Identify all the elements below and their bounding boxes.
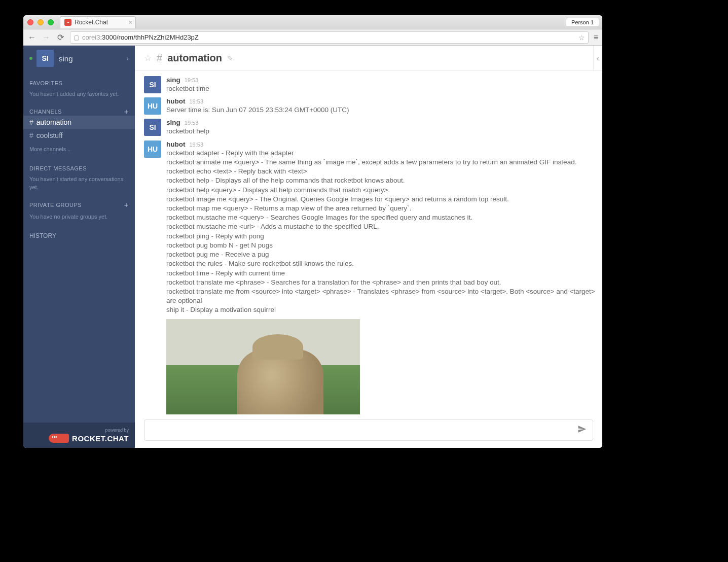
user-avatar: SI (37, 50, 54, 67)
direct-messages-hint: You haven't started any conversations ye… (29, 175, 129, 191)
favorite-star-icon[interactable]: ☆ (144, 53, 152, 63)
avatar: HU (144, 97, 161, 115)
powered-by-text: powered by (29, 428, 129, 433)
window-controls (27, 19, 54, 25)
avatar: HU (144, 140, 161, 158)
address-bar: ← → ⟳ ▢ corei3:3000/room/thhPNzZhi2MHd23… (23, 29, 602, 46)
message-text: rocketbot help (166, 127, 602, 136)
direct-messages-section: DIRECT MESSAGES You haven't started any … (23, 165, 135, 191)
message-body: hubot19:53rocketbot adapter - Reply with… (166, 140, 602, 414)
browser-menu-icon[interactable]: ≡ (594, 33, 598, 42)
chevron-right-icon: › (126, 54, 129, 62)
rocket-icon (49, 434, 69, 443)
direct-messages-label: DIRECT MESSAGES (29, 165, 129, 171)
message-body: sing19:53rocketbot time (166, 76, 602, 93)
bookmark-star-icon[interactable]: ☆ (578, 33, 585, 42)
private-groups-label: PRIVATE GROUPS + (29, 200, 129, 209)
main: ☆ # automation ✎ ‹ SIsing19:53rocketbot … (135, 46, 602, 448)
composer-box (144, 419, 593, 441)
composer (135, 414, 602, 448)
message-time: 19:53 (185, 77, 199, 83)
status-online-icon (29, 57, 32, 60)
favorites-hint: You haven't added any favorites yet. (29, 90, 129, 98)
right-panel-toggle[interactable]: ‹ (593, 46, 602, 71)
history-label[interactable]: HISTORY (23, 232, 135, 239)
message-username[interactable]: hubot (166, 140, 185, 148)
message: SIsing19:53rocketbot help (144, 117, 602, 138)
minimize-window-button[interactable] (38, 19, 44, 25)
sidebar: SI sing › FAVORITES You haven't added an… (23, 46, 135, 448)
page-icon: ▢ (74, 34, 79, 41)
message-username[interactable]: sing (166, 76, 180, 84)
message-text: rocketbot adapter - Reply with the adapt… (166, 149, 602, 315)
add-group-icon[interactable]: + (124, 200, 129, 209)
message-text: rocketbot time (166, 84, 602, 93)
reload-button[interactable]: ⟳ (56, 32, 65, 42)
back-button[interactable]: ← (27, 33, 37, 42)
channel-name: coolstuff (37, 131, 63, 139)
message-username[interactable]: sing (166, 119, 180, 126)
avatar: SI (144, 119, 161, 136)
message-time: 19:53 (189, 142, 203, 148)
private-groups-label-text: PRIVATE GROUPS (29, 202, 82, 208)
message-image[interactable] (166, 319, 360, 414)
url-host: corei3 (82, 33, 100, 41)
message-text: Server time is: Sun Jun 07 2015 23:53:24… (166, 106, 602, 115)
rocket-chat-logo[interactable]: ROCKET.CHAT (29, 434, 129, 443)
tab-favicon-icon (64, 19, 71, 26)
close-window-button[interactable] (27, 19, 33, 25)
channel-name: automation (37, 118, 71, 126)
message: SIsing19:53rocketbot time (144, 74, 602, 95)
message: HUhubot19:53rocketbot adapter - Reply wi… (144, 138, 602, 414)
maximize-window-button[interactable] (48, 19, 54, 25)
channels-label: CHANNELS + (29, 107, 129, 116)
send-icon[interactable] (577, 425, 587, 436)
hash-icon: # (29, 118, 33, 126)
channels-label-text: CHANNELS (29, 109, 62, 115)
browser-window: Rocket.Chat × Person 1 ← → ⟳ ▢ corei3:30… (23, 15, 602, 448)
sidebar-item-automation[interactable]: #automation (23, 116, 135, 129)
private-groups-hint: You have no private groups yet. (29, 213, 129, 221)
channel-header: ☆ # automation ✎ (135, 46, 602, 71)
titlebar: Rocket.Chat × Person 1 (23, 15, 602, 29)
message-input[interactable] (151, 426, 577, 434)
tab-title: Rocket.Chat (75, 19, 108, 26)
profile-button[interactable]: Person 1 (566, 18, 599, 27)
channels-section: CHANNELS + (23, 107, 135, 116)
edit-pencil-icon[interactable]: ✎ (227, 54, 233, 62)
url-path: :3000/room/thhPNzZhi2MHd23pZ (100, 33, 198, 41)
message-body: sing19:53rocketbot help (166, 119, 602, 136)
sidebar-item-coolstuff[interactable]: #coolstuff (23, 129, 135, 142)
avatar: SI (144, 76, 161, 93)
messages-list[interactable]: SIsing19:53rocketbot timeHUhubot19:53Ser… (135, 71, 602, 414)
favorites-label: FAVORITES (29, 80, 129, 86)
user-box[interactable]: SI sing › (23, 46, 135, 71)
hash-icon: # (157, 52, 162, 64)
message-username[interactable]: hubot (166, 97, 185, 105)
url-input[interactable]: ▢ corei3:3000/room/thhPNzZhi2MHd23pZ ☆ (70, 31, 589, 44)
forward-button[interactable]: → (42, 33, 51, 42)
add-channel-icon[interactable]: + (124, 107, 129, 116)
channel-title: automation (167, 52, 222, 64)
channel-list: #automation#coolstuff (23, 116, 135, 142)
sidebar-footer: powered by ROCKET.CHAT (23, 423, 135, 448)
message-body: hubot19:53Server time is: Sun Jun 07 201… (166, 97, 602, 115)
message-time: 19:53 (189, 98, 203, 104)
hash-icon: # (29, 131, 33, 139)
rocket-brand-text: ROCKET.CHAT (72, 434, 129, 443)
more-channels-link[interactable]: More channels .. (23, 142, 135, 156)
close-tab-icon[interactable]: × (129, 19, 132, 26)
app: SI sing › FAVORITES You haven't added an… (23, 46, 602, 448)
private-groups-section: PRIVATE GROUPS + You have no private gro… (23, 200, 135, 221)
message-time: 19:53 (185, 120, 199, 126)
user-name: sing (59, 54, 73, 63)
browser-tab[interactable]: Rocket.Chat × (60, 16, 136, 28)
message: HUhubot19:53Server time is: Sun Jun 07 2… (144, 95, 602, 117)
favorites-section: FAVORITES You haven't added any favorite… (23, 80, 135, 98)
